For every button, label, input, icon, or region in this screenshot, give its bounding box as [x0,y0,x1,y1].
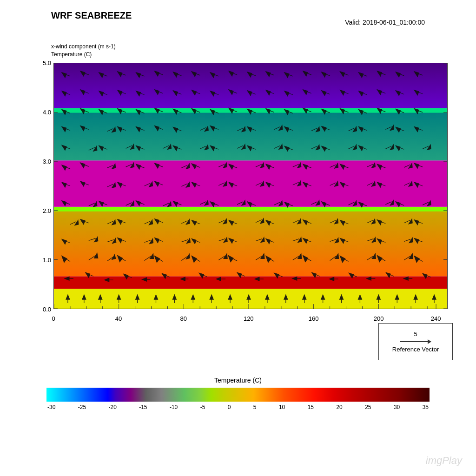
svg-rect-0 [54,289,447,309]
y-axis-label: x-wind component (m s-1) Temperature (C) [51,43,116,59]
y-tick-3: 3.0 [43,158,51,165]
y-tick-0: 0.0 [43,306,51,313]
colorbar-ticks: -30 -25 -20 -15 -10 -5 0 5 10 15 20 25 3… [46,404,430,410]
cb-tick-25: 25 [365,404,371,410]
chart-title: WRF SEABREEZE [51,10,132,21]
colorbar-section: Temperature (C) -30 -25 -20 -15 -10 -5 0… [46,377,430,410]
chart-area: 0.0 1.0 2.0 3.0 4.0 5.0 [35,63,449,309]
y-tick-1: 1.0 [43,257,51,264]
x-tick-240: 240 [431,315,441,322]
svg-rect-4 [54,160,447,207]
valid-time: Valid: 2018-06-01_01:00:00 [345,19,425,26]
x-tick-120: 120 [244,315,254,322]
watermark: imgPlay [426,455,462,467]
ref-vector-value: 5 [414,331,417,337]
svg-rect-1 [54,276,447,289]
background-svg [54,63,447,309]
cb-tick-15: 15 [308,404,314,410]
svg-rect-3 [54,207,447,212]
y-axis: 0.0 1.0 2.0 3.0 4.0 5.0 [35,63,53,309]
svg-rect-6 [54,108,447,113]
reference-vector-box: 5 Reference Vector [378,323,453,360]
cb-tick-0: 0 [228,404,231,410]
cb-tick-10: 10 [279,404,285,410]
colorbar-gradient [46,388,430,402]
svg-rect-2 [54,211,447,276]
svg-rect-5 [54,112,447,161]
cb-tick-neg30: -30 [47,404,55,410]
ref-vector-label: Reference Vector [392,346,439,353]
plot-frame [53,63,448,309]
svg-rect-7 [54,63,447,108]
ref-vector-arrowhead [428,339,431,344]
cb-tick-20: 20 [336,404,342,410]
x-tick-200: 200 [374,315,384,322]
x-tick-0: 0 [52,315,55,322]
cb-tick-neg15: -15 [139,404,147,410]
y-tick-2: 2.0 [43,207,51,214]
y-tick-5: 5.0 [43,60,51,66]
cb-tick-neg10: -10 [170,404,178,410]
x-tick-80: 80 [180,315,187,322]
x-tick-160: 160 [309,315,319,322]
cb-tick-neg5: -5 [200,404,205,410]
page-container: WRF SEABREEZE Valid: 2018-06-01_01:00:00… [0,0,476,476]
ref-vector-arrow [400,339,431,344]
colorbar-title: Temperature (C) [46,377,430,384]
cb-tick-neg25: -25 [78,404,86,410]
cb-tick-5: 5 [253,404,257,410]
cb-tick-neg20: -20 [108,404,116,410]
cb-tick-35: 35 [423,404,429,410]
y-tick-4: 4.0 [43,109,51,116]
x-tick-40: 40 [115,315,122,322]
cb-tick-30: 30 [394,404,400,410]
ref-vector-line [400,341,428,342]
